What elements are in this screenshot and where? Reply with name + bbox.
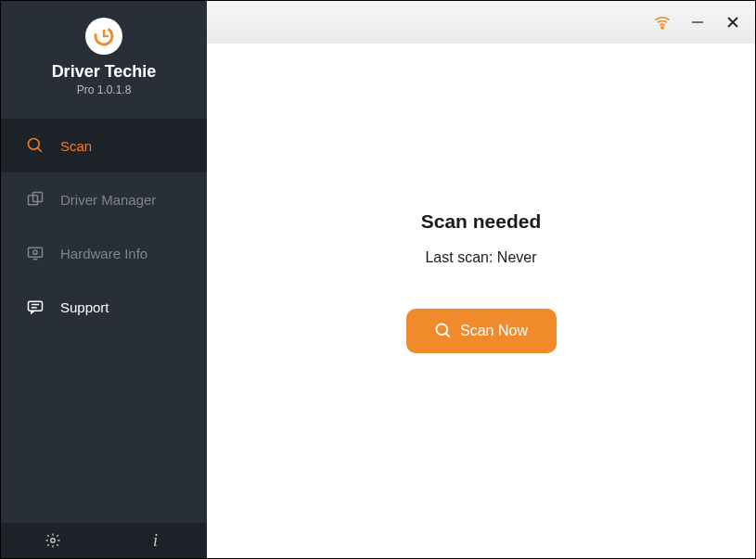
minimize-icon bbox=[690, 15, 705, 30]
sidebar-item-support[interactable]: Support bbox=[1, 280, 207, 334]
svg-line-2 bbox=[38, 148, 42, 152]
sidebar-item-label: Driver Manager bbox=[60, 192, 156, 208]
main-area: Scan needed Last scan: Never Scan Now bbox=[207, 1, 755, 558]
info-button[interactable]: i bbox=[104, 523, 207, 558]
search-icon bbox=[23, 136, 47, 155]
app-version: Pro 1.0.1.8 bbox=[77, 83, 132, 96]
sidebar-footer: i bbox=[1, 523, 207, 558]
settings-button[interactable] bbox=[1, 523, 104, 558]
support-icon bbox=[23, 298, 47, 316]
svg-point-16 bbox=[437, 324, 448, 336]
content-area: Scan needed Last scan: Never Scan Now bbox=[207, 44, 755, 558]
app-window: Driver Techie Pro 1.0.1.8 Scan bbox=[0, 0, 756, 559]
hardware-icon bbox=[23, 244, 47, 262]
sidebar-item-label: Support bbox=[60, 299, 109, 315]
sidebar-item-label: Scan bbox=[60, 138, 92, 154]
close-button[interactable] bbox=[724, 13, 742, 32]
scan-status-heading: Scan needed bbox=[421, 210, 542, 233]
svg-point-11 bbox=[50, 539, 55, 543]
svg-line-17 bbox=[446, 334, 450, 337]
scan-now-label: Scan Now bbox=[460, 323, 528, 339]
gear-icon bbox=[45, 532, 61, 549]
app-logo bbox=[85, 18, 122, 55]
sidebar-item-scan[interactable]: Scan bbox=[1, 119, 207, 172]
svg-point-12 bbox=[661, 27, 663, 29]
last-scan-text: Last scan: Never bbox=[425, 249, 536, 266]
titlebar bbox=[207, 1, 755, 44]
manager-icon bbox=[23, 190, 47, 209]
search-icon bbox=[434, 322, 453, 340]
brand-block: Driver Techie Pro 1.0.1.8 bbox=[1, 1, 207, 106]
sidebar-item-hardware-info[interactable]: Hardware Info bbox=[1, 226, 207, 280]
svg-rect-8 bbox=[29, 301, 43, 311]
info-icon: i bbox=[153, 531, 158, 551]
wifi-icon bbox=[653, 12, 672, 32]
scan-now-button[interactable]: Scan Now bbox=[406, 309, 557, 353]
minimize-button[interactable] bbox=[688, 13, 707, 32]
sidebar-item-label: Hardware Info bbox=[60, 246, 147, 261]
sidebar-item-driver-manager[interactable]: Driver Manager bbox=[1, 172, 207, 226]
app-title: Driver Techie bbox=[52, 62, 157, 82]
svg-point-6 bbox=[33, 250, 37, 254]
svg-rect-5 bbox=[29, 248, 43, 257]
sidebar: Driver Techie Pro 1.0.1.8 Scan bbox=[1, 1, 207, 558]
wifi-indicator[interactable] bbox=[653, 13, 672, 32]
sidebar-nav: Scan Driver Manager bbox=[1, 119, 207, 523]
svg-point-1 bbox=[29, 139, 40, 150]
close-icon bbox=[725, 15, 740, 30]
logo-icon bbox=[93, 25, 115, 47]
